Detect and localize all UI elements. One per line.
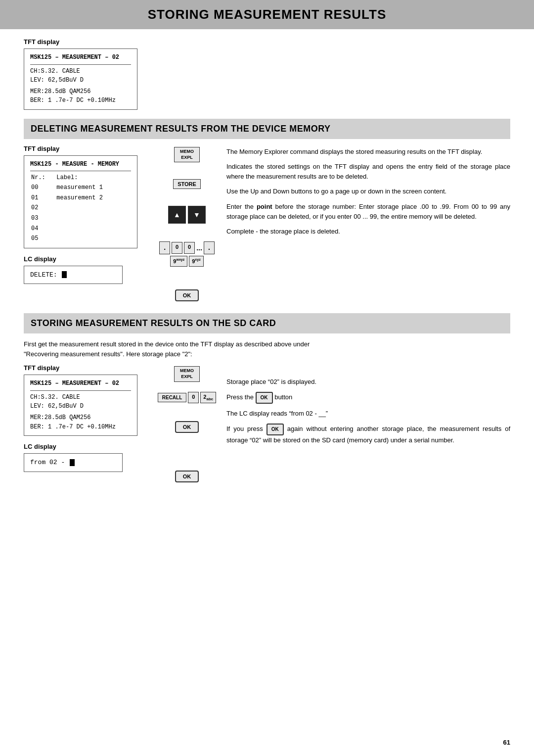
ok-button-sd2[interactable]: OK <box>175 471 199 482</box>
down-arrow-button[interactable]: ▼ <box>188 206 206 224</box>
row-0-label: measurement 1 <box>55 183 131 193</box>
section1-tft-line2: LEV: 62,5dBuV D <box>30 76 131 85</box>
ok-button[interactable]: OK <box>175 289 199 301</box>
page-title-bar: STORING MEASUREMENT RESULTS <box>0 0 534 29</box>
cursor-block2 <box>70 459 75 466</box>
cursor-block <box>62 271 67 278</box>
text4-bold: point <box>257 203 272 210</box>
table-row: 01 measurement 2 <box>30 193 131 203</box>
storing-sd-content: TFT display MSK125 – MEASUREMENT – 02 CH… <box>24 364 510 482</box>
page-wrapper: STORING MEASUREMENT RESULTS TFT display … <box>0 0 534 512</box>
deleting-text3: Use the Up and Down buttons to go a page… <box>226 187 510 196</box>
press-ok-suffix: button <box>274 393 292 401</box>
key-sequence-row: . 0 0 ... . 9wxyz 9xyz <box>157 241 217 267</box>
deleting-tft-box: MSK125 - MEASURE - MEMORY Nr.: Label: 00… <box>24 155 137 248</box>
up-arrow-button[interactable]: ▲ <box>168 206 186 224</box>
row-3-nr: 03 <box>30 213 55 224</box>
intro-text2: "Recovering measurement results". Here s… <box>24 350 192 358</box>
section1: TFT display MSK125 – MEASUREMENT – 02 CH… <box>24 38 510 110</box>
lc-display-reads: The LC display reads “from 02 - __” <box>226 409 510 419</box>
storing-sd-tft-line3: MER:28.5dB QAM256 <box>30 413 131 423</box>
arrow-buttons: ▲ ▼ <box>168 206 206 224</box>
intro-text1: First get the measurement result stored … <box>24 340 310 348</box>
deleting-text-col: The Memory Explorer command displays the… <box>226 145 510 241</box>
storage-display-text: Storage place “02” is displayed. <box>226 377 510 387</box>
key-0-sd: 0 <box>188 392 199 403</box>
section1-tft-line4: BER: 1 .7e-7 DC +0.10MHz <box>30 96 131 105</box>
section1-tft-line3: MER:28.5dB QAM256 <box>30 87 131 96</box>
memory-table-col-header: Nr.: Label: <box>30 173 131 183</box>
deleting-text5: Complete - the storage place is deleted. <box>226 227 510 236</box>
storing-sd-header: STORING MEASUREMENT RESULTS ON THE SD CA… <box>24 313 510 333</box>
row-5-nr: 05 <box>30 234 55 244</box>
key-9b: 9xyz <box>189 256 203 267</box>
row-4-nr: 04 <box>30 224 55 234</box>
deleting-section-header: DELETING MEASUREMENT RESULTS FROM THE DE… <box>24 119 510 139</box>
section1-tft-label: TFT display <box>24 38 510 46</box>
page-number: 61 <box>503 739 510 746</box>
deleting-tft-header: MSK125 - MEASURE - MEMORY <box>30 160 131 171</box>
storing-sd-intro: First get the measurement result stored … <box>24 339 510 359</box>
inline-ok-button2: OK <box>267 424 284 435</box>
deleting-tft-label: TFT display <box>24 145 147 152</box>
table-row: 04 <box>30 224 131 234</box>
again-prefix: If you press <box>226 425 267 432</box>
section1-tft-box: MSK125 – MEASUREMENT – 02 CH:S.32. CABLE… <box>24 48 137 110</box>
section1-tft-line1: CH:S.32. CABLE <box>30 67 131 76</box>
key-0a: 0 <box>172 242 182 253</box>
memo-expl-button[interactable]: MEMOEXPL <box>174 147 200 162</box>
inline-ok-button: OK <box>256 392 273 404</box>
ellipsis: ... <box>196 244 202 252</box>
deleting-lc-label: LC display <box>24 255 147 263</box>
col-nr: Nr.: <box>30 173 55 183</box>
deleting-text4: Enter the point before the storage numbe… <box>226 202 510 222</box>
main-content: TFT display MSK125 – MEASUREMENT – 02 CH… <box>0 38 534 512</box>
key-2-sd: 2abc <box>200 392 216 403</box>
again-text: If you press OK again without entering a… <box>226 424 510 445</box>
memo-expl-button2[interactable]: MEMOEXPL <box>174 366 200 381</box>
row-0-nr: 00 <box>30 183 55 193</box>
ok-button-sd1[interactable]: OK <box>175 421 199 433</box>
table-row: 02 <box>30 203 131 213</box>
key-dot: . <box>159 241 170 254</box>
storing-sd-tft-line1: CH:S.32. CABLE <box>30 393 131 402</box>
press-ok-prefix: Press the <box>226 393 256 401</box>
storing-sd-left-col: TFT display MSK125 – MEASUREMENT – 02 CH… <box>24 364 147 472</box>
table-row: 03 <box>30 213 131 224</box>
storing-sd-text-col: Storage place “02” is displayed. Press t… <box>226 364 510 450</box>
row-2-nr: 02 <box>30 203 55 213</box>
store-button[interactable]: STORE <box>173 179 201 189</box>
deleting-lc-text: DELETE: <box>30 271 61 279</box>
storing-sd-tft-box: MSK125 – MEASUREMENT – 02 CH:S.32. CABLE… <box>24 375 137 436</box>
storing-sd-lc-text: from 02 - <box>30 459 69 466</box>
table-row: 00 measurement 1 <box>30 183 131 193</box>
storing-sd-lc-label: LC display <box>24 443 147 450</box>
col-label: Label: <box>55 173 131 183</box>
key-0b: 0 <box>184 242 195 253</box>
deleting-buttons-col: MEMOEXPL STORE ▲ ▼ . 0 0 ... . 9wxyz <box>157 145 217 301</box>
recall-key-row: RECALL 0 2abc <box>158 392 216 403</box>
storing-sd-tft-line2: LEV: 62,5dBuV D <box>30 402 131 411</box>
storing-sd-lc-box: from 02 - <box>24 453 123 472</box>
page-title: STORING MEASUREMENT RESULTS <box>10 7 524 22</box>
deleting-lc-section: LC display DELETE: <box>24 255 147 284</box>
row-1-nr: 01 <box>30 193 55 203</box>
table-row: 05 <box>30 234 131 244</box>
key-dot2: . <box>204 241 215 254</box>
text4-prefix: Enter the <box>226 203 257 210</box>
storing-sd-tft-line4: BER: 1 .7e-7 DC +0.10MHz <box>30 423 131 432</box>
key-9a: 9wxyz <box>170 256 187 267</box>
section1-tft-header: MSK125 – MEASUREMENT – 02 <box>30 53 131 65</box>
deleting-section-content: TFT display MSK125 - MEASURE - MEMORY Nr… <box>24 145 510 301</box>
storing-sd-buttons-col: MEMOEXPL RECALL 0 2abc OK OK <box>157 364 217 482</box>
storing-sd-tft-label: TFT display <box>24 364 147 372</box>
deleting-text1: The Memory Explorer command displays the… <box>226 147 510 157</box>
storing-sd-tft-header: MSK125 – MEASUREMENT – 02 <box>30 379 131 391</box>
row-1-label: measurement 2 <box>55 193 131 203</box>
deleting-left-col: TFT display MSK125 - MEASURE - MEMORY Nr… <box>24 145 147 284</box>
deleting-memory-table: Nr.: Label: 00 measurement 1 01 measurem… <box>30 173 131 244</box>
recall-button[interactable]: RECALL <box>158 393 187 402</box>
deleting-lc-box: DELETE: <box>24 266 123 284</box>
press-ok-text: Press the OK button <box>226 392 510 404</box>
deleting-text2: Indicates the stored settings on the TFT… <box>226 162 510 182</box>
